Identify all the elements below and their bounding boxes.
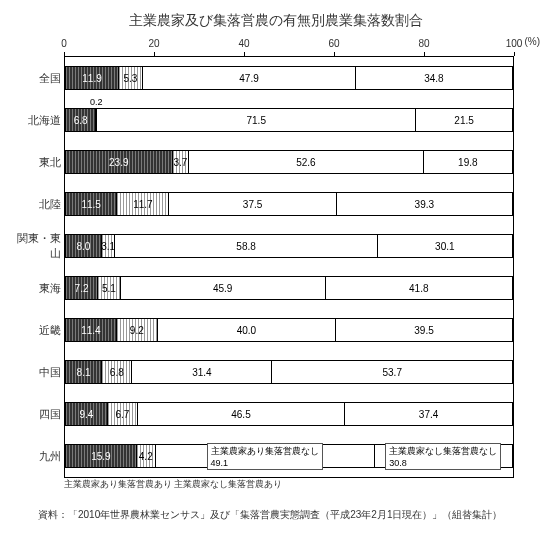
- value-label: 4.2: [138, 451, 154, 462]
- bar-segment: 58.8: [115, 235, 377, 257]
- row-label: 東海: [9, 281, 61, 296]
- bar-segment: 3.7: [173, 151, 190, 173]
- row-label: 中国: [9, 365, 61, 380]
- value-label: 7.2: [74, 283, 90, 294]
- value-label: 37.5: [242, 199, 263, 210]
- bar-segment: 37.4: [345, 403, 512, 425]
- value-label: 23.9: [108, 157, 129, 168]
- value-label: 30.1: [434, 241, 455, 252]
- bar-segment: 47.9: [143, 67, 357, 89]
- source-text: 資料：「2010年世界農林業センサス」及び「集落営農実態調査（平成23年2月1日…: [38, 508, 544, 522]
- value-label: 37.4: [418, 409, 439, 420]
- value-label: 0.2: [89, 97, 104, 107]
- value-label: 11.9: [81, 73, 102, 84]
- bar-segment: 39.5: [336, 319, 512, 341]
- bar-segment: 8.1: [66, 361, 102, 383]
- value-label: 3.7: [172, 157, 188, 168]
- bar-segment: 9.4: [66, 403, 108, 425]
- bar-segment: 主業農家なし集落営農なし30.8: [375, 445, 512, 467]
- table-row: 北陸11.511.737.539.3: [65, 183, 513, 225]
- bar-segment: 41.8: [326, 277, 512, 299]
- stacked-bar: 8.03.158.830.1: [65, 234, 513, 258]
- tick-label: 80: [418, 38, 429, 49]
- value-label: 52.6: [295, 157, 316, 168]
- value-label: 3.1: [100, 241, 116, 252]
- value-label: 6.7: [114, 409, 130, 420]
- table-row: 四国9.46.746.537.4: [65, 393, 513, 435]
- bar-segment: 7.2: [66, 277, 98, 299]
- bar-segment: 45.9: [121, 277, 326, 299]
- chart-title: 主業農家及び集落営農の有無別農業集落数割合: [8, 12, 544, 30]
- legend-callouts: 主業農家あり集落営農あり 主業農家なし集落営農あり: [64, 478, 544, 502]
- value-label: 41.8: [408, 283, 429, 294]
- value-label: 9.4: [79, 409, 95, 420]
- bar-segment: 46.5: [138, 403, 345, 425]
- x-axis: (%) 020406080100: [64, 38, 514, 57]
- bar-segment: 53.7: [272, 361, 512, 383]
- row-label: 四国: [9, 407, 61, 422]
- bar-segment: 5.3: [119, 67, 143, 89]
- bar-segment: 11.9: [66, 67, 119, 89]
- tick-label: 100: [506, 38, 523, 49]
- bar-segment: 9.2: [117, 319, 158, 341]
- tick-label: 60: [328, 38, 339, 49]
- bar-segment: 71.5: [97, 109, 416, 131]
- value-label: 6.8: [109, 367, 125, 378]
- tick-label: 0: [61, 38, 67, 49]
- value-label: 9.2: [129, 325, 145, 336]
- bar-segment: 37.5: [169, 193, 336, 215]
- stacked-bar: 9.46.746.537.4: [65, 402, 513, 426]
- row-label: 九州: [9, 449, 61, 464]
- stacked-bar: 11.49.240.039.5: [65, 318, 513, 342]
- stacked-bar: 23.93.752.619.8: [65, 150, 513, 174]
- value-label: 主業農家あり集落営農なし49.1: [207, 443, 323, 470]
- bar-segment: 主業農家あり集落営農なし49.1: [156, 445, 375, 467]
- bar-segment: 31.4: [132, 361, 272, 383]
- bar-segment: 11.7: [117, 193, 169, 215]
- bar-segment: 52.6: [189, 151, 424, 173]
- bar-segment: 6.8: [102, 361, 132, 383]
- value-label: 45.9: [212, 283, 233, 294]
- value-label: 5.1: [101, 283, 117, 294]
- table-row: 関東・東山8.03.158.830.1: [65, 225, 513, 267]
- table-row: 全国11.95.347.934.8: [65, 57, 513, 99]
- row-label: 北陸: [9, 197, 61, 212]
- table-row: 中国8.16.831.453.7: [65, 351, 513, 393]
- stacked-bar: 11.511.737.539.3: [65, 192, 513, 216]
- row-label: 近畿: [9, 323, 61, 338]
- chart-area: (%) 020406080100 全国11.95.347.934.8北海道6.8…: [64, 38, 514, 478]
- value-label: 8.1: [76, 367, 92, 378]
- table-row: 九州15.94.2主業農家あり集落営農なし49.1主業農家なし集落営農なし30.…: [65, 435, 513, 477]
- value-label: 8.0: [75, 241, 91, 252]
- value-label: 71.5: [245, 115, 266, 126]
- unit-label: (%): [524, 36, 540, 47]
- callout-series-0: 主業農家あり集落営農あり: [64, 478, 172, 491]
- bar-segment: 8.0: [66, 235, 102, 257]
- value-label: 主業農家なし集落営農なし30.8: [385, 443, 501, 470]
- table-row: 北海道6.80.271.521.5: [65, 99, 513, 141]
- bar-segment: 6.7: [108, 403, 138, 425]
- tick-label: 40: [238, 38, 249, 49]
- tick-label: 20: [148, 38, 159, 49]
- value-label: 21.5: [453, 115, 474, 126]
- value-label: 34.8: [423, 73, 444, 84]
- value-label: 11.7: [132, 199, 153, 210]
- row-label: 東北: [9, 155, 61, 170]
- value-label: 5.3: [122, 73, 138, 84]
- bar-segment: 23.9: [66, 151, 173, 173]
- value-label: 53.7: [381, 367, 402, 378]
- value-label: 47.9: [238, 73, 259, 84]
- stacked-bar: 7.25.145.941.8: [65, 276, 513, 300]
- bar-segment: 34.8: [356, 67, 511, 89]
- value-label: 31.4: [191, 367, 212, 378]
- bar-segment: 30.1: [378, 235, 512, 257]
- value-label: 39.5: [413, 325, 434, 336]
- stacked-bar: 11.95.347.934.8: [65, 66, 513, 90]
- bar-segment: 19.8: [424, 151, 512, 173]
- bar-segment: 40.0: [158, 319, 336, 341]
- bar-segment: 6.8: [66, 109, 96, 131]
- value-label: 46.5: [230, 409, 251, 420]
- bar-segment: 3.1: [102, 235, 116, 257]
- bar-segment: 21.5: [416, 109, 512, 131]
- bar-segment: 11.5: [66, 193, 117, 215]
